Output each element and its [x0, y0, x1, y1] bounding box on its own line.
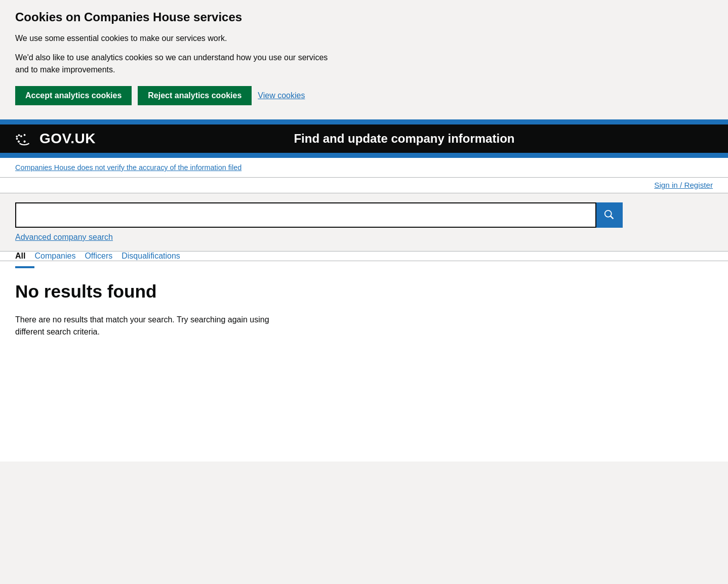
govuk-logo-link[interactable]: GOV.UK [15, 131, 96, 147]
crown-icon [15, 131, 33, 147]
tabs-section: All Companies Officers Disqualifications [0, 252, 728, 261]
cookie-banner: Cookies on Companies House services We u… [0, 0, 728, 124]
results-heading: No results found [15, 281, 713, 302]
search-icon [604, 210, 615, 221]
tab-officers[interactable]: Officers [85, 252, 122, 261]
reject-cookies-button[interactable]: Reject analytics cookies [138, 86, 252, 105]
tab-officers-link[interactable]: Officers [85, 244, 122, 268]
blue-bar [0, 153, 728, 158]
tab-disqualifications[interactable]: Disqualifications [122, 252, 189, 261]
results-section: No results found There are no results th… [0, 261, 728, 358]
disclaimer-link[interactable]: Companies House does not verify the accu… [15, 163, 241, 172]
cookie-banner-title: Cookies on Companies House services [15, 10, 713, 24]
service-name: Find and update company information [96, 132, 713, 146]
search-section: Advanced company search [0, 193, 728, 252]
main-content: Companies House does not verify the accu… [0, 158, 728, 462]
tabs-list: All Companies Officers Disqualifications [15, 252, 713, 261]
cookie-banner-text1: We use some essential cookies to make ou… [15, 32, 329, 45]
results-description: There are no results that match your sea… [15, 314, 289, 338]
tab-disqualifications-link[interactable]: Disqualifications [122, 244, 189, 268]
cookie-buttons: Accept analytics cookies Reject analytic… [15, 86, 713, 105]
tab-all[interactable]: All [15, 252, 34, 261]
view-cookies-link[interactable]: View cookies [258, 91, 305, 100]
cookie-banner-text2: We'd also like to use analytics cookies … [15, 52, 329, 76]
search-row [15, 202, 623, 228]
sign-in-link[interactable]: Sign in / Register [654, 181, 713, 189]
info-bar: Companies House does not verify the accu… [0, 158, 728, 178]
govuk-header: GOV.UK Find and update company informati… [0, 124, 728, 153]
tab-companies-link[interactable]: Companies [34, 244, 85, 268]
accept-cookies-button[interactable]: Accept analytics cookies [15, 86, 132, 105]
tab-all-link[interactable]: All [15, 244, 34, 268]
tab-companies[interactable]: Companies [34, 252, 85, 261]
search-input[interactable] [15, 202, 596, 228]
govuk-logo-text: GOV.UK [39, 131, 96, 147]
advanced-search-link[interactable]: Advanced company search [15, 233, 713, 242]
search-button[interactable] [596, 202, 623, 228]
sign-in-bar: Sign in / Register [0, 178, 728, 193]
tabs-nav: All Companies Officers Disqualifications [15, 252, 713, 261]
